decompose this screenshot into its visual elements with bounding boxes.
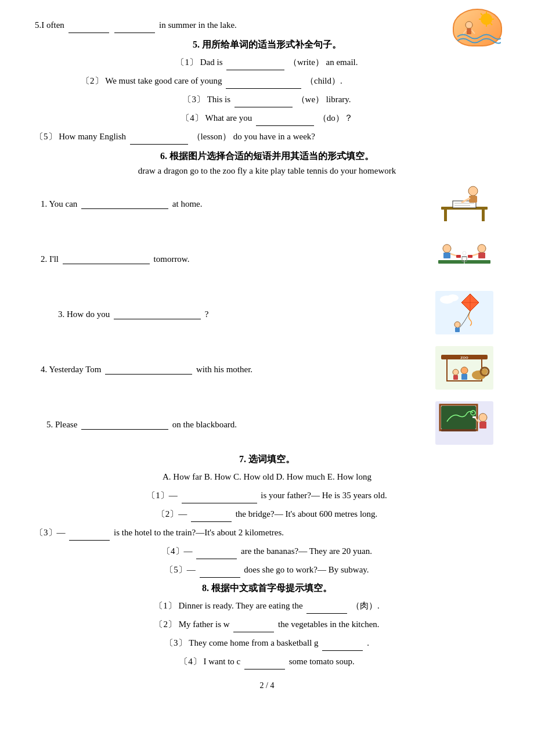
s8i1-num: 〔1〕: [154, 601, 176, 610]
svg-point-17: [468, 186, 478, 196]
section6-items: 1. You can at home.: [35, 181, 499, 448]
s7i1-num: 〔1〕—: [147, 491, 178, 500]
s8i2-blank[interactable]: [233, 622, 274, 632]
s5i5-num: 〔5〕: [35, 132, 57, 141]
svg-rect-47: [453, 375, 458, 380]
s8i4-text: I want to c: [204, 657, 241, 666]
s6i4-num: 4. Yesterday Tom: [41, 365, 103, 374]
s8i4-blank[interactable]: [244, 659, 285, 669]
s7i1-blank[interactable]: [182, 493, 257, 503]
svg-line-10: [471, 30, 475, 34]
section6-item-4: 4. Yesterday Tom with his mother. ZOO: [35, 346, 499, 393]
svg-rect-12: [444, 210, 447, 221]
section8-title: 8. 根据中文或首字母提示填空。: [35, 582, 499, 595]
s7i4-blank[interactable]: [196, 549, 237, 559]
s5i1-num: 〔1〕: [176, 57, 198, 67]
s8i4-num: 〔4〕: [179, 657, 201, 666]
s6i2-num: 2. I'll: [41, 254, 59, 264]
s5i2-num: 〔2〕: [81, 76, 103, 85]
worksheet-page: 5.I often in summer in the lake. 5. 用所给单…: [0, 0, 534, 756]
s5i5-blank[interactable]: [130, 134, 188, 145]
svg-text:ZOO: ZOO: [460, 356, 468, 359]
q5-blank1[interactable]: [68, 23, 109, 33]
s6i2-blank[interactable]: [63, 254, 150, 264]
s7i5-blank[interactable]: [200, 567, 240, 578]
page-number: 2 / 4: [35, 681, 499, 690]
svg-point-7: [466, 21, 472, 28]
s6i1-prefix: You can: [49, 199, 80, 208]
s5i3-blank[interactable]: [234, 97, 293, 107]
s8i1-blank[interactable]: [306, 603, 347, 614]
s6i5-text: 5. Please on the blackboard.: [35, 419, 430, 430]
svg-rect-27: [456, 255, 461, 258]
section5-item-4: 〔4〕 What are you （do）？: [35, 110, 499, 126]
s5i1-blank[interactable]: [226, 60, 284, 70]
section6-item-2: 2. I'll tomorrow.: [35, 236, 499, 282]
svg-point-46: [453, 369, 459, 375]
s6i2-text: 2. I'll tomorrow.: [35, 254, 430, 264]
section8-items: 〔1〕 Dinner is ready. They are eating the…: [35, 598, 499, 669]
s5i3-num: 〔3〕: [183, 95, 205, 104]
s7i5-suffix: does she go to work?— By subway.: [244, 565, 369, 574]
s6i1-suffix: at home.: [172, 199, 203, 208]
s5i3-hint: （we）: [297, 95, 324, 104]
s7i2-num: 〔2〕—: [157, 509, 187, 519]
s8i2-text: My father is w: [179, 620, 230, 629]
svg-point-51: [482, 369, 488, 375]
section7-item-4: 〔4〕— are the bananas?— They are 20 yuan.: [35, 543, 499, 559]
section5-title: 5. 用所给单词的适当形式补全句子。: [35, 39, 499, 51]
svg-point-32: [463, 251, 466, 255]
section5-item-3: 〔3〕 This is （we） library.: [35, 92, 499, 107]
s6i3-text: 3. How do you ?: [35, 309, 430, 319]
s6i4-suffix: with his mother.: [196, 365, 252, 374]
s7i2-blank[interactable]: [191, 512, 232, 522]
s8i3-num: 〔3〕: [165, 638, 187, 647]
s8i2-suffix: the vegetables in the kitchen.: [278, 620, 380, 629]
section5-item-2: 〔2〕 We must take good care of young （chi…: [35, 73, 499, 89]
s8i3-suffix: .: [367, 638, 369, 647]
svg-rect-31: [468, 255, 472, 258]
s5i5-hint: （lesson）: [192, 132, 232, 141]
s7i4-num: 〔4〕—: [162, 546, 193, 556]
section8-item-1: 〔1〕 Dinner is ready. They are eating the…: [35, 598, 499, 614]
section7-item-3: 〔3〕— is the hotel to the train?—It's abo…: [35, 525, 499, 541]
section7-item-5: 〔5〕— does she go to work?— By subway.: [35, 562, 499, 578]
s6i5-blank[interactable]: [81, 419, 168, 430]
s6i5-image: [435, 401, 499, 448]
s6i4-blank[interactable]: [105, 364, 192, 375]
s6i4-image: ZOO: [435, 346, 499, 393]
s5i4-hint: （do）？: [318, 113, 353, 123]
s5i4-blank[interactable]: [256, 116, 314, 126]
section7-item-2: 〔2〕— the bridge?— It's about 600 metres …: [35, 506, 499, 522]
s8i3-blank[interactable]: [322, 640, 363, 651]
section8-item-4: 〔4〕 I want to c some tomato soup.: [35, 654, 499, 669]
s6i1-image: [435, 181, 499, 227]
svg-point-24: [443, 244, 451, 253]
s8i3-text: They come home from a basketball g: [189, 638, 318, 647]
section7-title: 7. 选词填空。: [35, 453, 499, 466]
q5-blank2[interactable]: [114, 23, 155, 33]
svg-line-9: [463, 30, 467, 34]
s6i1-text: 1. You can at home.: [35, 199, 430, 209]
s6i3-blank[interactable]: [114, 309, 201, 319]
s6i3-suffix: ?: [205, 309, 209, 319]
q5-top-line: 5.I often in summer in the lake.: [35, 17, 499, 33]
s6i1-blank[interactable]: [81, 199, 168, 209]
s8i2-num: 〔2〕: [154, 620, 176, 629]
section6-title: 6. 根据图片选择合适的短语并用其适当的形式填空。: [35, 150, 499, 163]
s7i4-suffix: are the bananas?— They are 20 yuan.: [241, 546, 372, 556]
s5i2-blank[interactable]: [226, 78, 301, 89]
header-decoration-image: [453, 9, 502, 46]
s5i2-prefix: We must take good care of young: [105, 76, 222, 85]
svg-rect-49: [461, 374, 467, 380]
svg-line-5: [481, 13, 482, 15]
section5-item-1: 〔1〕 Dad is （write） an email.: [35, 55, 499, 70]
s5i3-suffix: library.: [326, 95, 351, 104]
s7i2-suffix: the bridge?— It's about 600 metres long.: [236, 509, 378, 519]
q5-prefix: 5.I often: [35, 20, 64, 30]
s7i5-num: 〔5〕—: [165, 565, 196, 574]
section7-items: 〔1〕— is your father?— He is 35 years old…: [35, 488, 499, 578]
s7i3-blank[interactable]: [69, 530, 110, 541]
svg-rect-25: [443, 253, 450, 258]
s7i3-num: 〔3〕—: [35, 528, 66, 537]
